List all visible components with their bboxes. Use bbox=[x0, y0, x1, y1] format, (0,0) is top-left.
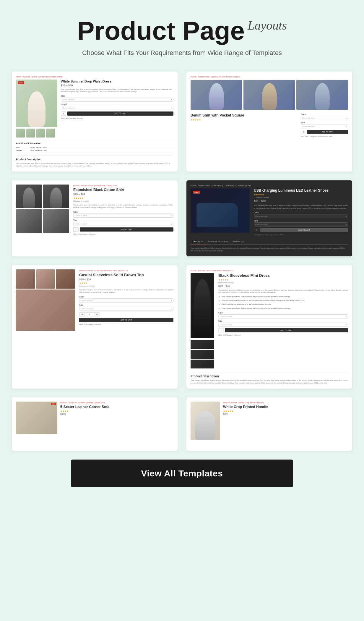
t5-color-arrow: ▾ bbox=[171, 300, 172, 302]
t4-tab-additional-info[interactable]: Additional information bbox=[206, 239, 230, 244]
t2-quantity[interactable]: 1 bbox=[301, 130, 306, 134]
t6-check-icon-4: ✓ bbox=[218, 307, 220, 310]
view-all-templates-button[interactable]: View All Templates bbox=[71, 460, 293, 487]
t4-color-placeholder: Choose an option bbox=[255, 215, 268, 217]
t2-meta: SKU: N/A Categories: Accessories, Men bbox=[301, 136, 348, 138]
t3-price: $99 – $69 bbox=[73, 193, 173, 196]
t2-breadcrumb: Home / Accessories / Denim Shirt with Po… bbox=[191, 76, 348, 78]
t6-size-select[interactable]: Choose an option ▾ bbox=[218, 323, 348, 327]
t3-add-to-cart[interactable]: ADD TO CART bbox=[80, 227, 173, 232]
t4-tab-reviews[interactable]: Reviews (1) bbox=[230, 239, 246, 244]
t2-color-select[interactable]: Choose an option ▾ bbox=[301, 116, 348, 120]
t6-main-image bbox=[191, 273, 214, 338]
pc-hoodie-image bbox=[191, 402, 220, 440]
t1-thumb-4 bbox=[46, 129, 55, 138]
t1-qty-cart: 1 ADD TO CART bbox=[61, 111, 173, 116]
t3-size-placeholder: Choose an option bbox=[75, 223, 87, 225]
t3-color-select[interactable]: Choose an option ▾ bbox=[73, 214, 173, 218]
t4-tab-content: Your content goes here. Edit or remove t… bbox=[191, 247, 348, 252]
t4-color-arrow: ▾ bbox=[346, 215, 347, 217]
t3-color-label: Color bbox=[73, 211, 173, 213]
t6-breadcrumb: Home / Women / Black Sleeveless Mini Dre… bbox=[191, 269, 348, 271]
t2-bottom: Denim Shirt with Pocket Square ★★★★★ Col… bbox=[191, 113, 348, 138]
t1-breadcrumb: Home / Women / White Summer Drop Waist D… bbox=[16, 76, 173, 78]
t2-product-title: Denim Shirt with Pocket Square bbox=[191, 113, 297, 117]
t4-sale-badge: Sale! bbox=[193, 191, 200, 194]
t5-product-title: Casual Sleeveless Solid Brown Top bbox=[79, 273, 173, 277]
pc-sofa-price: $799 bbox=[60, 413, 109, 415]
t1-quantity[interactable]: 1 bbox=[61, 111, 66, 116]
t6-check-icon-1: ✓ bbox=[218, 296, 220, 298]
t4-right: USB charging Luminous LED Leather Shoes … bbox=[254, 188, 348, 236]
t1-info-row-length: Length Short, Medium, Long bbox=[16, 149, 173, 152]
t1-add-to-cart[interactable]: ADD TO CART bbox=[67, 111, 173, 116]
t4-breadcrumb: Home / Accessories / USB charging Lumino… bbox=[191, 185, 348, 187]
t2-size-label: Size bbox=[301, 122, 348, 124]
t5-reviews: (1 customer review) bbox=[79, 285, 173, 287]
title-wrapper: Product Page Layouts bbox=[12, 18, 352, 44]
t1-size-select[interactable]: Choose an option ▾ bbox=[61, 98, 173, 102]
t4-stars: ★★★★★ bbox=[254, 193, 348, 196]
t2-size-select[interactable]: Choose an option ▾ bbox=[301, 124, 348, 128]
t4-price: $39 – $69 bbox=[254, 200, 348, 203]
cta-section: View All Templates bbox=[12, 460, 352, 487]
t4-tab-description[interactable]: Description bbox=[191, 239, 206, 244]
t5-qty-minus[interactable]: − bbox=[79, 313, 85, 316]
t3-stars: ★★★★★ bbox=[73, 197, 173, 200]
t5-details: Home / Women / Casual Sleeveless Solid B… bbox=[79, 269, 173, 331]
t1-add-info-title: Additional information bbox=[16, 142, 173, 145]
t4-product-title: USB charging Luminous LED Leather Shoes bbox=[254, 188, 348, 193]
t1-size-info-value: Large, Medium, Small bbox=[30, 146, 47, 148]
t6-main: Black Sleeveless Mini Dress ★★★★★ (1 cus… bbox=[191, 273, 348, 368]
t4-add-to-cart[interactable]: ADD TO CART bbox=[260, 228, 348, 232]
t3-quantity[interactable]: 1 bbox=[73, 227, 79, 232]
t3-size-select[interactable]: Choose an option ▾ bbox=[73, 222, 173, 226]
preview-card-hoodie: Home / Women / White Crop Printed Hoodie… bbox=[186, 397, 352, 451]
t6-thumb-2 bbox=[191, 350, 214, 359]
t5-add-to-cart[interactable]: ADD TO CART bbox=[79, 318, 173, 322]
t6-add-to-cart[interactable]: ADD TO CART bbox=[225, 328, 348, 332]
t2-add-to-cart[interactable]: ADD TO CART bbox=[307, 130, 348, 134]
t6-color-label: Color bbox=[218, 312, 348, 314]
t1-product-desc-section: Product Description Your content goes he… bbox=[16, 155, 173, 167]
t2-right: Color Choose an option ▾ Size Choose an … bbox=[301, 113, 348, 138]
t3-image-2 bbox=[43, 185, 69, 208]
t4-top: Sale! USB charging Luminous LED Leather … bbox=[191, 188, 348, 236]
t6-color-select[interactable]: Choose an option ▾ bbox=[218, 314, 348, 318]
t2-color-label: Color bbox=[301, 113, 348, 115]
t2-left: Denim Shirt with Pocket Square ★★★★★ bbox=[191, 113, 297, 138]
t5-qty-plus[interactable]: + bbox=[94, 313, 100, 316]
t4-size-select[interactable]: Choose an option ▾ bbox=[254, 222, 348, 227]
t6-figure bbox=[194, 279, 211, 338]
t6-check-text-2: You can also style every aspect of this … bbox=[222, 300, 305, 301]
templates-grid: Home / Women / White Summer Drop Waist D… bbox=[12, 72, 352, 389]
t1-size-placeholder: Choose an option bbox=[62, 99, 75, 101]
t3-images bbox=[16, 185, 69, 235]
t1-product-desc-title: Product Description bbox=[16, 158, 173, 161]
t4-color-select[interactable]: Choose an option ▾ bbox=[254, 214, 348, 218]
t5-quantity-wrap: − 1 + bbox=[79, 312, 100, 316]
pc-sofa-badge: Sale! bbox=[51, 403, 56, 405]
t5-image-3 bbox=[56, 269, 75, 289]
template-card-black-dress: Home / Women / Black Sleeveless Mini Dre… bbox=[186, 265, 352, 389]
t1-length-select[interactable]: Choose an option ▾ bbox=[61, 106, 173, 110]
t5-color-select[interactable]: Choose an option ▾ bbox=[79, 298, 173, 303]
t5-size-select[interactable]: Choose an option ▾ bbox=[79, 307, 173, 311]
t5-image-1 bbox=[16, 269, 35, 289]
t5-image-2 bbox=[36, 269, 55, 289]
t4-main-image: Sale! bbox=[191, 188, 250, 233]
t6-quantity[interactable]: 1 bbox=[218, 328, 224, 332]
t2-size-arrow: ▾ bbox=[346, 125, 347, 127]
t1-info-row-size: Size Large, Medium, Small bbox=[16, 146, 173, 149]
t4-meta: SKU: N/A Category: Accessories, Men bbox=[254, 234, 348, 236]
t6-check-item-4: ✓ Your content goes here. Edit or remove… bbox=[218, 307, 348, 310]
page-wrapper: Product Page Layouts Choose What Fits Yo… bbox=[0, 0, 364, 499]
pc-hoodie-title: White Crop Printed Hoodie bbox=[223, 405, 268, 409]
t6-description: Your content goes here. Edit or remove t… bbox=[218, 289, 348, 294]
t1-thumb-1 bbox=[16, 129, 25, 138]
t5-price: $29 – $39 bbox=[79, 278, 173, 281]
template-card-brown-top: Home / Women / Casual Sleeveless Solid B… bbox=[12, 265, 178, 389]
page-description: Choose What Fits Your Requirements from … bbox=[12, 49, 352, 57]
t5-color-label: Color bbox=[79, 296, 173, 298]
t4-quantity[interactable]: 1 bbox=[254, 228, 259, 232]
